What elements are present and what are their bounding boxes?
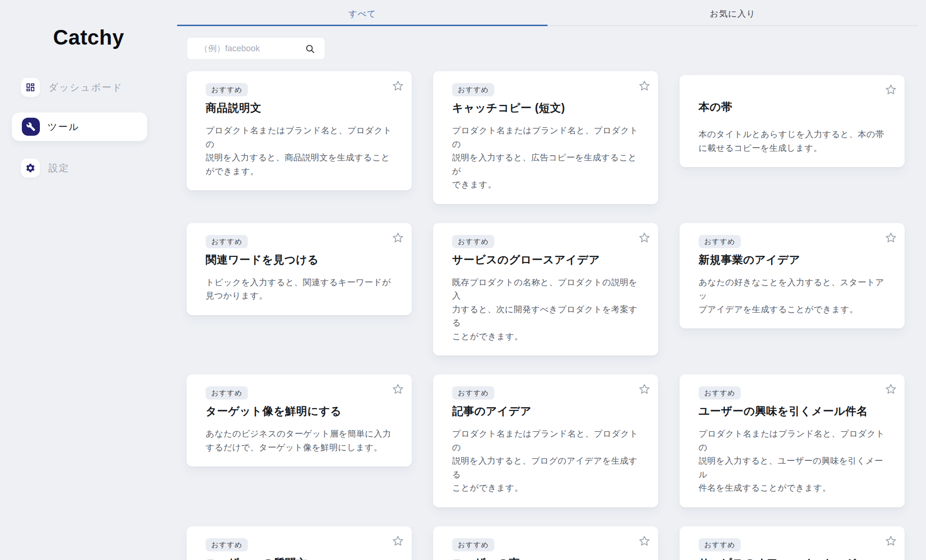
- favorite-star-icon[interactable]: [884, 382, 898, 396]
- content-area: おすすめ 商品説明文 プロダクト名またはブランド名と、プロダクトの 説明を入力す…: [177, 26, 926, 560]
- favorite-star-icon[interactable]: [637, 231, 652, 245]
- favorite-star-icon[interactable]: [884, 534, 898, 548]
- tool-card-title: 本の帯: [699, 100, 888, 114]
- favorite-star-icon[interactable]: [637, 382, 652, 396]
- main-area: すべて お気に入り おすすめ 商品説明文 プロダクト名またはブランド名と、: [177, 0, 926, 560]
- tool-card[interactable]: おすすめ サービスのグロースアイデア 既存プロダクトの名称と、プロダクトの説明を…: [433, 223, 658, 356]
- recommended-badge: おすすめ: [699, 538, 741, 551]
- tool-card-description: プロダクト名またはブランド名と、プロダクトの 説明を入力すると、広告コピーを生成…: [452, 124, 642, 192]
- recommended-badge: おすすめ: [452, 538, 494, 551]
- recommended-badge: おすすめ: [452, 83, 494, 96]
- tool-card-title: ユーザーの声: [452, 556, 642, 560]
- sidebar-item-label: 設定: [48, 162, 69, 175]
- tool-card-title: 記事のアイデア: [452, 404, 642, 419]
- tab-bar: すべて お気に入り: [177, 0, 918, 26]
- tab-favorites[interactable]: お気に入り: [548, 0, 918, 26]
- tool-card[interactable]: おすすめ 関連ワードを見つける トピックを入力すると、関連するキーワードが 見つ…: [187, 223, 412, 315]
- favorite-star-icon[interactable]: [637, 79, 652, 93]
- tool-card-description: トピックを入力すると、関連するキーワードが 見つかります。: [206, 276, 396, 303]
- tool-card[interactable]: おすすめ ユーザーの興味を引くメール件名 プロダクト名またはブランド名と、プロダ…: [680, 374, 905, 507]
- recommended-badge: おすすめ: [452, 235, 494, 248]
- favorite-star-icon[interactable]: [391, 79, 405, 93]
- tool-card-description: 既存プロダクトの名称と、プロダクトの説明を入 力すると、次に開発すべきプロダクト…: [452, 276, 642, 344]
- tool-card-description: プロダクト名またはブランド名と、プロダクトの 説明を入力すると、商品説明文を生成…: [206, 124, 396, 178]
- tool-card-description: プロダクト名またはブランド名と、プロダクトの 説明を入力すると、ユーザーの興味を…: [699, 427, 888, 495]
- tool-card-description: あなたの好きなことを入力すると、スタートアッ プアイデアを生成することができます…: [699, 276, 888, 317]
- favorite-star-icon[interactable]: [391, 231, 405, 245]
- dashboard-grid-icon: [21, 78, 40, 97]
- gear-icon: [21, 159, 40, 177]
- sidebar-item-dashboard[interactable]: ダッシュボード: [21, 78, 177, 97]
- tool-card[interactable]: おすすめ 記事のアイデア プロダクト名またはブランド名と、プロダクトの 説明を入…: [433, 374, 658, 507]
- sidebar-item-label: ダッシュボード: [48, 81, 123, 94]
- recommended-badge: おすすめ: [699, 386, 741, 400]
- favorite-star-icon[interactable]: [637, 534, 652, 548]
- tool-card[interactable]: おすすめ ユーザーへの質問文 質問作成の対象となるトピックを入力すると、 質問を…: [187, 526, 412, 560]
- favorite-star-icon[interactable]: [391, 534, 405, 548]
- recommended-badge: おすすめ: [452, 386, 494, 400]
- tool-card-title: 関連ワードを見つける: [206, 252, 396, 267]
- favorite-star-icon[interactable]: [884, 231, 898, 245]
- tool-card[interactable]: おすすめ キャッチコピー (短文) プロダクト名またはブランド名と、プロダクトの…: [433, 71, 658, 204]
- tool-card-title: キャッチコピー (短文): [452, 101, 642, 115]
- tool-card[interactable]: おすすめ 新規事業のアイデア あなたの好きなことを入力すると、スタートアッ プア…: [680, 223, 905, 329]
- recommended-badge: おすすめ: [206, 235, 248, 248]
- favorite-star-icon[interactable]: [884, 83, 898, 97]
- tool-card-description: あなたのビジネスのターゲット層を簡単に入力 するだけで、ターゲット像を鮮明にしま…: [206, 427, 396, 454]
- recommended-badge: おすすめ: [206, 83, 248, 96]
- app-logo: Catchy: [0, 26, 177, 49]
- recommended-badge: おすすめ: [699, 235, 741, 248]
- sidebar-item-tools[interactable]: ツール: [12, 112, 147, 141]
- tool-card-title: 商品説明文: [206, 101, 396, 115]
- tool-card[interactable]: おすすめ 商品説明文 プロダクト名またはブランド名と、プロダクトの 説明を入力す…: [187, 71, 412, 190]
- tool-card[interactable]: おすすめ ユーザーの声 プロダクト名またはブランド名と、プロダクトの 説明を入力…: [433, 526, 658, 560]
- tab-all[interactable]: すべて: [177, 0, 548, 26]
- search-input[interactable]: [187, 44, 296, 54]
- tool-card-title: 新規事業のアイデア: [699, 252, 888, 267]
- wrench-icon: [22, 118, 40, 136]
- tool-card-title: サービスのグロースアイデア: [452, 252, 642, 267]
- recommended-badge: おすすめ: [206, 386, 248, 400]
- tool-card[interactable]: 本の帯 本のタイトルとあらすじを入力すると、本の帯 に載せるコピーを生成します。: [680, 75, 905, 167]
- favorite-star-icon[interactable]: [391, 382, 405, 396]
- tool-card-title: サービスのオファーメッセージ: [699, 556, 888, 560]
- tool-card-description: 本のタイトルとあらすじを入力すると、本の帯 に載せるコピーを生成します。: [699, 128, 888, 155]
- recommended-badge: おすすめ: [206, 538, 248, 551]
- tool-card-title: ターゲット像を鮮明にする: [206, 404, 396, 419]
- sidebar: Catchy ダッシュボード ツール 設定: [0, 0, 177, 560]
- tool-card-title: ユーザーへの質問文: [206, 556, 396, 560]
- tool-card[interactable]: おすすめ ターゲット像を鮮明にする あなたのビジネスのターゲット層を簡単に入力 …: [187, 374, 412, 467]
- tool-card-description: プロダクト名またはブランド名と、プロダクトの 説明を入力すると、ブログのアイデア…: [452, 427, 642, 495]
- tool-card-grid: おすすめ 商品説明文 プロダクト名またはブランド名と、プロダクトの 説明を入力す…: [187, 71, 926, 560]
- sidebar-item-settings[interactable]: 設定: [21, 159, 177, 177]
- sidebar-item-label: ツール: [47, 121, 79, 133]
- search-icon[interactable]: [305, 44, 315, 56]
- sidebar-nav: ダッシュボード ツール 設定: [0, 78, 177, 177]
- tool-card-title: ユーザーの興味を引くメール件名: [699, 404, 888, 419]
- tool-card[interactable]: おすすめ サービスのオファーメッセージ プロダクト名またはブランド名と、プロダク…: [680, 526, 905, 560]
- search-box: [187, 37, 325, 60]
